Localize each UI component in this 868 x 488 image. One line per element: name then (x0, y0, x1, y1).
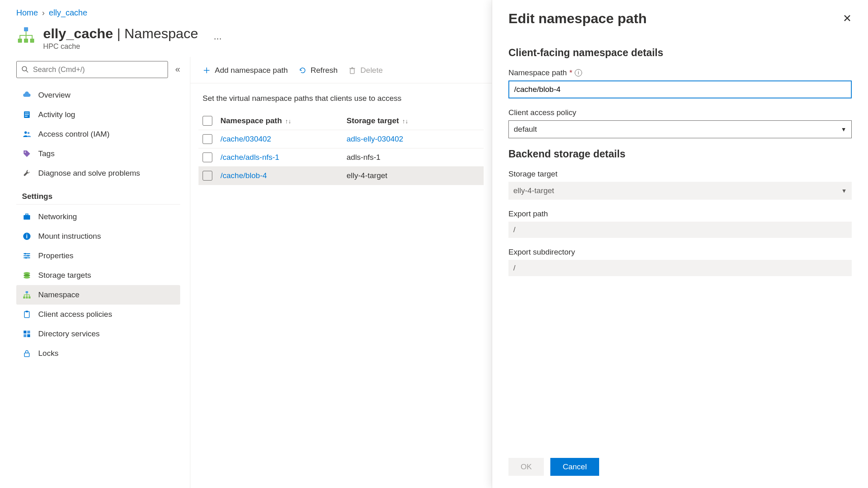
chevron-right-icon: › (42, 8, 45, 17)
panel-title: Edit namespace path (508, 11, 647, 26)
namespace-path-link[interactable]: /cache/030402 (220, 135, 271, 143)
delete-button: Delete (348, 66, 383, 75)
disks-icon (22, 270, 32, 280)
breadcrumb: Home › elly_cache (0, 0, 492, 22)
svg-rect-35 (27, 334, 30, 337)
svg-line-5 (26, 70, 28, 72)
search-input[interactable] (16, 61, 168, 78)
export-subdir-label: Export subdirectory (508, 248, 852, 257)
collapse-sidebar-icon[interactable]: « (175, 64, 180, 75)
plus-icon (203, 66, 211, 74)
nav-access-control[interactable]: Access control (IAM) (16, 124, 180, 144)
svg-point-10 (24, 131, 27, 134)
svg-point-11 (28, 132, 30, 134)
row-checkbox[interactable] (203, 152, 212, 162)
cancel-button[interactable]: Cancel (550, 458, 599, 476)
lock-icon (22, 349, 32, 358)
row-checkbox[interactable] (203, 171, 212, 181)
svg-point-25 (24, 276, 30, 279)
svg-rect-9 (25, 116, 28, 117)
storage-target-link[interactable]: adls-elly-030402 (347, 135, 403, 143)
col-header-path[interactable]: Namespace path↑↓ (220, 116, 347, 125)
nav-locks[interactable]: Locks (16, 344, 180, 363)
section-client-facing: Client-facing namespace details (508, 47, 852, 59)
svg-rect-2 (24, 39, 28, 43)
storage-target-select: elly-4-target ▼ (508, 182, 852, 200)
table-row[interactable]: /cache/030402 adls-elly-030402 (198, 130, 484, 148)
svg-point-21 (27, 255, 29, 257)
nav-networking[interactable]: Networking (16, 207, 180, 227)
table-row[interactable]: /cache/adls-nfs-1 adls-nfs-1 (198, 148, 484, 167)
refresh-button[interactable]: Refresh (299, 66, 338, 75)
nav-namespace[interactable]: Namespace (16, 285, 180, 305)
svg-point-12 (25, 152, 26, 153)
tag-icon (22, 149, 32, 159)
hierarchy-icon (22, 290, 32, 300)
description-text: Set the virtual namespace paths that cli… (190, 83, 492, 112)
nav-tags[interactable]: Tags (16, 144, 180, 163)
storage-target-text: elly-4-target (347, 171, 387, 180)
svg-rect-29 (28, 296, 31, 298)
nav-activity-log[interactable]: Activity log (16, 105, 180, 124)
briefcase-icon (22, 212, 32, 222)
row-checkbox[interactable] (203, 134, 212, 144)
svg-rect-31 (26, 311, 28, 312)
namespace-table: Namespace path↑↓ Storage target↑↓ /cache… (190, 112, 492, 185)
nav-diagnose[interactable]: Diagnose and solve problems (16, 163, 180, 183)
cloud-icon (22, 90, 32, 100)
table-row[interactable]: /cache/blob-4 elly-4-target (198, 167, 484, 185)
svg-rect-32 (24, 331, 26, 333)
nav-storage-targets[interactable]: Storage targets (16, 266, 180, 285)
namespace-path-link[interactable]: /cache/adls-nfs-1 (220, 153, 279, 161)
nav-properties[interactable]: Properties (16, 246, 180, 266)
storage-target-label: Storage target (508, 170, 852, 179)
resource-icon (16, 26, 36, 45)
log-icon (22, 110, 32, 120)
namespace-path-input[interactable] (508, 81, 852, 98)
nav-mount[interactable]: i Mount instructions (16, 227, 180, 246)
search-icon (22, 66, 29, 73)
client-access-policy-label: Client access policy (508, 108, 852, 117)
section-backend: Backend storage details (508, 148, 852, 160)
svg-rect-13 (24, 215, 30, 220)
more-menu[interactable]: ··· (214, 33, 222, 44)
breadcrumb-current[interactable]: elly_cache (49, 8, 87, 17)
refresh-icon (299, 66, 307, 74)
chevron-down-icon: ▼ (841, 126, 846, 133)
info-icon: i (22, 231, 32, 241)
people-icon (22, 129, 32, 139)
close-icon[interactable]: ✕ (843, 12, 852, 25)
breadcrumb-home[interactable]: Home (16, 8, 38, 17)
storage-target-text: adls-nfs-1 (347, 153, 380, 161)
svg-rect-27 (23, 296, 25, 298)
export-subdir-field: / (508, 260, 852, 276)
sort-icon: ↑↓ (285, 118, 291, 124)
nav-overview[interactable]: Overview (16, 85, 180, 105)
svg-rect-1 (18, 39, 22, 43)
svg-rect-39 (350, 69, 354, 74)
settings-section-label: Settings (16, 183, 180, 205)
nav-client-access[interactable]: Client access policies (16, 305, 180, 324)
grid-icon (22, 329, 32, 339)
page-title: elly_cache | Namespace (43, 26, 198, 41)
client-access-policy-select[interactable]: default ▼ (508, 120, 852, 138)
namespace-path-link[interactable]: /cache/blob-4 (220, 171, 267, 180)
export-path-label: Export path (508, 209, 852, 218)
nav-directory[interactable]: Directory services (16, 324, 180, 344)
svg-point-20 (24, 253, 26, 255)
edit-panel: Edit namespace path ✕ Client-facing name… (492, 0, 868, 488)
add-namespace-button[interactable]: Add namespace path (203, 66, 288, 75)
svg-text:i: i (26, 233, 28, 240)
svg-rect-36 (24, 353, 29, 357)
svg-rect-26 (26, 291, 28, 293)
svg-rect-28 (26, 296, 28, 298)
trash-icon (348, 66, 356, 74)
col-header-target[interactable]: Storage target↑↓ (347, 116, 436, 125)
namespace-path-label: Namespace path * i (508, 68, 852, 77)
ok-button[interactable]: OK (508, 458, 544, 476)
info-icon[interactable]: i (575, 69, 582, 76)
svg-rect-8 (25, 114, 29, 115)
select-all-checkbox[interactable] (203, 116, 212, 126)
sliders-icon (22, 251, 32, 261)
svg-rect-7 (25, 113, 29, 113)
